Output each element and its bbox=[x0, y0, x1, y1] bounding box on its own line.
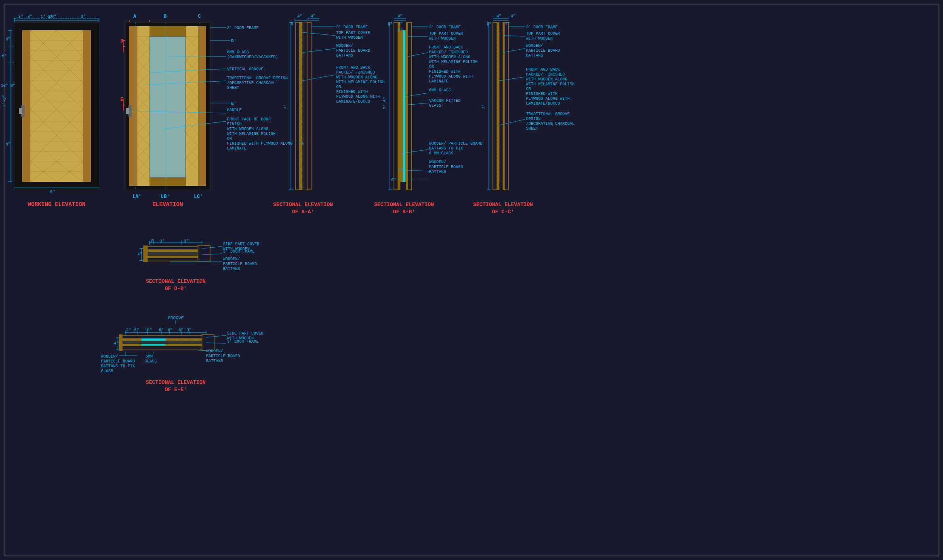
svg-text:SIDE PART COVER: SIDE PART COVER bbox=[227, 331, 263, 336]
svg-text:4": 4" bbox=[511, 14, 516, 19]
svg-text:BATTANS TO FIX: BATTANS TO FIX bbox=[429, 146, 463, 151]
svg-text:7': 7' bbox=[482, 104, 486, 109]
svg-text:6MM GLASS: 6MM GLASS bbox=[227, 50, 249, 55]
svg-text:7'-3": 7'-3" bbox=[2, 95, 7, 107]
svg-text:FINISHED WITH: FINISHED WITH bbox=[336, 90, 368, 94]
svg-rect-22 bbox=[30, 30, 83, 182]
svg-text:(SANDWICHED/VACCUMED): (SANDWICHED/VACCUMED) bbox=[227, 55, 278, 59]
svg-text:OR: OR bbox=[336, 85, 341, 89]
svg-text:FINISHED WITH: FINISHED WITH bbox=[429, 69, 461, 74]
svg-rect-313 bbox=[497, 22, 499, 190]
svg-text:WITH WOODEN ALONG: WITH WOODEN ALONG bbox=[336, 75, 377, 80]
svg-text:WITH WOODEN: WITH WOODEN bbox=[336, 36, 363, 40]
svg-text:OF C-C': OF C-C' bbox=[492, 209, 514, 215]
svg-text:BATTANS: BATTANS bbox=[336, 53, 353, 58]
svg-text:/DECORATIVE CHARCOAL: /DECORATIVE CHARCOAL bbox=[227, 81, 276, 85]
svg-text:TOP PART COVER: TOP PART COVER bbox=[526, 32, 560, 36]
svg-text:5": 5" bbox=[388, 23, 393, 27]
svg-rect-190 bbox=[307, 22, 311, 190]
svg-text:OF B-B': OF B-B' bbox=[393, 209, 415, 215]
svg-text:E': E' bbox=[231, 101, 236, 106]
svg-text:PACKED/ FINISHED: PACKED/ FINISHED bbox=[429, 50, 468, 55]
svg-text:E: E bbox=[120, 97, 123, 103]
svg-text:6": 6" bbox=[159, 328, 164, 333]
svg-text:4": 4" bbox=[398, 14, 402, 19]
svg-text:6 MM GLASS: 6 MM GLASS bbox=[429, 151, 453, 156]
svg-text:PARTICLE BOARD: PARTICLE BOARD bbox=[429, 165, 463, 169]
svg-text:B: B bbox=[164, 14, 166, 19]
svg-text:DESIGN: DESIGN bbox=[526, 117, 541, 121]
svg-text:BATTANS: BATTANS bbox=[526, 53, 543, 58]
svg-text:WITH WOODEN ALONG: WITH WOODEN ALONG bbox=[429, 55, 470, 59]
svg-text:WORKING ELEVATION: WORKING ELEVATION bbox=[28, 201, 86, 208]
svg-text:5": 5" bbox=[487, 23, 492, 27]
svg-text:4": 4" bbox=[497, 14, 501, 19]
svg-rect-501 bbox=[119, 335, 122, 351]
svg-text:3' DOOR FRAME: 3' DOOR FRAME bbox=[526, 25, 558, 29]
svg-text:OF E-E': OF E-E' bbox=[165, 387, 187, 393]
svg-rect-356 bbox=[504, 22, 508, 190]
svg-text:WITH WOODEN: WITH WOODEN bbox=[429, 36, 456, 41]
svg-text:WITH MELAMINE POLISH: WITH MELAMINE POLISH bbox=[336, 80, 385, 84]
svg-text:GROOVE: GROOVE bbox=[168, 316, 184, 320]
main-canvas: 1'-10" 3" 8" 6" 3" bbox=[0, 0, 943, 560]
svg-text:10"-6": 10"-6" bbox=[1, 84, 15, 88]
svg-text:LC': LC' bbox=[194, 194, 203, 200]
svg-text:WITH WOODEN ALONG: WITH WOODEN ALONG bbox=[227, 127, 268, 131]
svg-text:TRADITIONAL GROOVE DESIGN: TRADITIONAL GROOVE DESIGN bbox=[227, 76, 288, 80]
svg-text:VACCUM FITTED: VACCUM FITTED bbox=[429, 99, 461, 103]
svg-text:OF A-A': OF A-A' bbox=[292, 209, 314, 215]
svg-rect-62 bbox=[19, 108, 22, 114]
svg-text:A: A bbox=[133, 14, 137, 19]
svg-text:LAMINATE/DUCCO: LAMINATE/DUCCO bbox=[336, 99, 370, 104]
svg-text:3": 3" bbox=[18, 15, 23, 19]
svg-text:WOODEN/: WOODEN/ bbox=[526, 44, 543, 48]
svg-text:TRADITIONAL GROOVE: TRADITIONAL GROOVE bbox=[526, 112, 570, 116]
svg-text:6": 6" bbox=[179, 328, 183, 333]
svg-text:C: C bbox=[198, 14, 201, 19]
svg-text:6": 6" bbox=[50, 190, 55, 194]
svg-text:3' DOOR FRAME: 3' DOOR FRAME bbox=[429, 25, 461, 29]
svg-text:FRONT AND BACK: FRONT AND BACK bbox=[526, 67, 560, 72]
svg-text:OR: OR bbox=[429, 65, 434, 69]
svg-text:4": 4" bbox=[297, 14, 302, 19]
svg-rect-312 bbox=[493, 22, 497, 190]
svg-text:SECTIONAL ELEVATION: SECTIONAL ELEVATION bbox=[146, 379, 206, 385]
svg-rect-495 bbox=[123, 341, 206, 344]
svg-rect-468 bbox=[121, 335, 210, 339]
svg-rect-191 bbox=[304, 22, 307, 190]
svg-text:ELEVATION: ELEVATION bbox=[152, 201, 183, 208]
svg-text:BATTANS: BATTANS bbox=[223, 267, 240, 271]
svg-text:6MM GLASS: 6MM GLASS bbox=[429, 88, 451, 93]
svg-text:3' DOOR FRAME: 3' DOOR FRAME bbox=[227, 339, 259, 344]
svg-text:/DECORATIVE CHARCOAL: /DECORATIVE CHARCOAL bbox=[526, 122, 575, 126]
svg-rect-21 bbox=[83, 30, 91, 182]
svg-text:PLYWOOD ALONG WITH: PLYWOOD ALONG WITH bbox=[526, 97, 570, 101]
svg-text:WITH WOODEN: WITH WOODEN bbox=[526, 36, 553, 41]
svg-text:GLASS: GLASS bbox=[101, 369, 113, 373]
svg-text:SECTIONAL ELEVATION: SECTIONAL ELEVATION bbox=[473, 202, 533, 208]
svg-text:TOP PART COVER: TOP PART COVER bbox=[336, 31, 370, 35]
svg-text:GLASS: GLASS bbox=[145, 359, 157, 364]
svg-text:6MM: 6MM bbox=[145, 354, 153, 359]
svg-text:SECTIONAL ELEVATION: SECTIONAL ELEVATION bbox=[374, 202, 434, 208]
svg-rect-264 bbox=[394, 22, 398, 190]
svg-text:3' DOOR FRAME: 3' DOOR FRAME bbox=[223, 249, 255, 254]
svg-text:TOP PART COVER: TOP PART COVER bbox=[429, 32, 463, 36]
svg-text:LAMINATE/DUCCO: LAMINATE/DUCCO bbox=[526, 101, 560, 106]
svg-rect-187 bbox=[296, 22, 300, 190]
svg-rect-94 bbox=[149, 36, 186, 178]
svg-text:6": 6" bbox=[391, 178, 396, 182]
svg-text:GLASS: GLASS bbox=[429, 103, 441, 108]
svg-text:OF D-D': OF D-D' bbox=[165, 286, 187, 292]
svg-text:SECTIONAL ELEVATION: SECTIONAL ELEVATION bbox=[273, 202, 333, 208]
svg-text:HANDLE: HANDLE bbox=[227, 108, 242, 112]
svg-text:FRONT AND BACK: FRONT AND BACK bbox=[429, 45, 463, 50]
svg-text:FINISH: FINISH bbox=[227, 122, 242, 126]
svg-text:4": 4" bbox=[114, 341, 119, 346]
svg-text:WOODEN/ PARTICLE BOARD: WOODEN/ PARTICLE BOARD bbox=[429, 141, 482, 146]
svg-text:BATTANS: BATTANS bbox=[206, 359, 223, 363]
svg-text:LAMINATE: LAMINATE bbox=[429, 79, 448, 84]
svg-text:PARTICLE BOARD: PARTICLE BOARD bbox=[101, 359, 135, 364]
svg-text:7': 7' bbox=[284, 104, 288, 109]
